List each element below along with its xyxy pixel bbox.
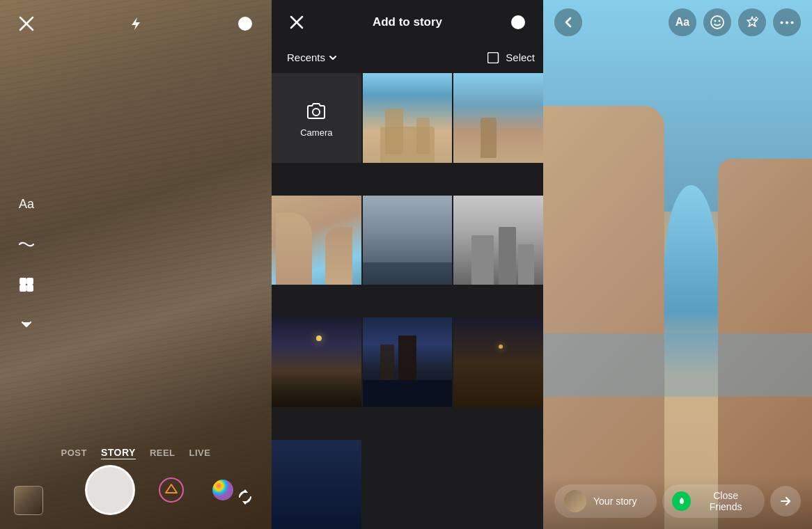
svg-point-20 [313,109,320,116]
story-editor-panel: Aa [543,0,812,529]
close-friends-label: Close Friends [696,490,755,512]
media-cell-bridge[interactable] [363,196,453,285]
media-cell-beach-wide[interactable] [453,73,543,163]
gallery-thumbnail[interactable] [14,486,43,515]
story-background [543,0,812,529]
camera-top-bar [0,0,272,47]
your-story-button[interactable]: Your story [554,484,657,518]
flip-camera-button[interactable] [233,484,258,510]
story-footer: Your story Close Friends [543,476,812,529]
media-cell-partial[interactable] [272,440,361,530]
settings-icon[interactable] [233,11,258,36]
nav-story[interactable]: STORY [101,447,136,458]
media-cell-alley-night-1[interactable] [272,317,361,407]
flash-icon[interactable] [123,11,148,36]
picker-title: Add to story [373,15,442,29]
story-right-tools: Aa [669,8,801,36]
more-tools-button[interactable] [14,313,39,338]
media-cell-alley-night-2[interactable] [453,317,543,407]
camera-cell[interactable]: Camera [272,73,361,163]
svg-point-23 [719,20,721,22]
svg-point-26 [791,21,794,24]
svg-rect-7 [20,285,26,291]
svg-point-9 [159,478,183,502]
svg-point-4 [243,22,247,26]
boomerang-button[interactable] [156,475,187,505]
story-avatar [564,490,586,512]
effects-tool-button[interactable] [738,8,766,36]
svg-marker-2 [132,17,140,30]
story-back-button[interactable] [554,8,582,36]
media-cell-arch-close[interactable] [272,196,361,285]
recents-button[interactable]: Recents [280,47,345,68]
picker-header-right [506,10,531,35]
close-friends-icon [672,491,691,511]
recents-bar: Recents Select [272,45,543,73]
svg-point-24 [781,21,783,24]
picker-header-left [284,10,309,35]
nav-post[interactable]: POST [61,448,87,458]
media-cell-blue-dusk[interactable] [363,317,453,407]
send-story-button[interactable] [770,486,801,516]
picker-header: Add to story [272,0,543,45]
close-friends-button[interactable]: Close Friends [662,484,765,518]
camera-nav: POST STORY REEL LIVE [14,447,258,458]
media-cell-house[interactable] [453,196,543,285]
select-button[interactable]: Select [487,52,535,63]
svg-rect-19 [488,52,499,63]
svg-rect-8 [27,285,33,291]
effects-tool-button[interactable] [14,232,39,257]
nav-reel[interactable]: REEL [150,448,175,458]
camera-cell-label: Camera [300,127,332,138]
layout-tool-button[interactable] [14,272,39,297]
nav-live[interactable]: LIVE [189,448,211,458]
sticker-tool-button[interactable] [703,8,731,36]
svg-point-25 [786,21,788,24]
camera-left-tools: Aa [14,191,39,338]
camera-bottom: POST STORY REEL LIVE [0,436,272,529]
story-header: Aa [543,0,812,45]
svg-point-18 [516,20,520,24]
text-tool-button[interactable]: Aa [14,191,39,216]
media-cell-beach-arch[interactable] [363,73,453,163]
shutter-row [14,465,258,515]
shutter-button[interactable] [85,465,135,515]
your-story-label: Your story [593,496,637,507]
picker-close-button[interactable] [284,10,309,35]
media-picker-panel: Add to story Recents Select [272,0,543,529]
svg-point-12 [212,480,233,500]
close-button[interactable] [14,11,39,36]
text-tool-label: Aa [676,16,689,29]
story-actions: Your story Close Friends [554,484,801,518]
svg-point-21 [711,16,724,29]
text-tool-button[interactable]: Aa [669,8,696,36]
svg-point-22 [715,20,717,22]
media-grid: Camera [272,73,543,529]
svg-rect-6 [27,278,33,284]
camera-panel: Aa POST STORY REEL LIVE [0,0,272,529]
svg-rect-5 [20,278,26,284]
more-options-button[interactable] [773,8,801,36]
picker-settings-icon[interactable] [506,10,531,35]
svg-marker-10 [166,484,177,493]
